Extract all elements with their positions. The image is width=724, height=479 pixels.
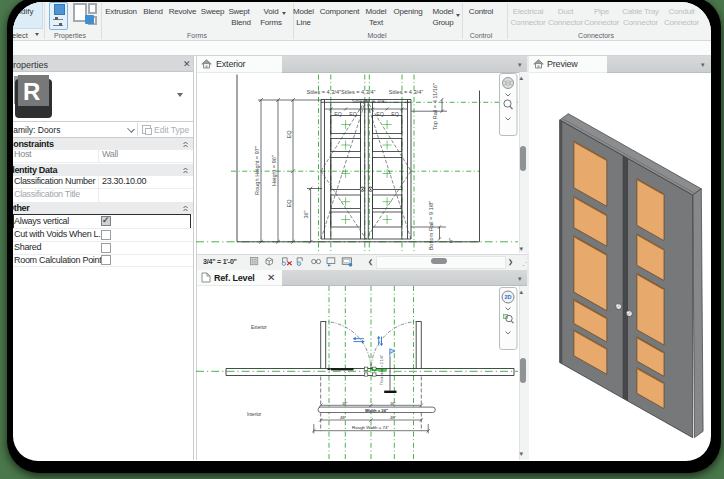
- svg-text:Stiles = 4 3/4": Stiles = 4 3/4": [352, 98, 386, 104]
- svg-text:EQ: EQ: [349, 110, 357, 116]
- svg-text:Bottom Rail = 9 1/8": Bottom Rail = 9 1/8": [428, 200, 434, 250]
- svg-text:Thickness = 2 1/4": Thickness = 2 1/4": [380, 354, 384, 385]
- svg-text:Exterior: Exterior: [251, 325, 267, 330]
- svg-text:Stiles = 4 3/4"Stiles = 4 3/4": Stiles = 4 3/4"Stiles = 4 3/4": [307, 89, 376, 95]
- svg-text:Interior: Interior: [247, 412, 262, 417]
- svg-text:48": 48": [390, 415, 397, 420]
- svg-text:48": 48": [340, 415, 347, 420]
- svg-text:Stiles = 4 3/4": Stiles = 4 3/4": [389, 89, 423, 95]
- svg-text:0": 0": [448, 237, 454, 242]
- svg-text:EQ: EQ: [286, 129, 292, 138]
- svg-text:36": 36": [390, 402, 396, 406]
- svg-text:Rough Width = 74": Rough Width = 74": [352, 425, 389, 430]
- svg-text:EQ: EQ: [391, 110, 399, 116]
- svg-text:Height = 96": Height = 96": [271, 155, 277, 186]
- svg-text:36": 36": [342, 402, 348, 406]
- svg-text:Top Rail = 4 11/16": Top Rail = 4 11/16": [432, 83, 438, 130]
- svg-text:Rough Height = 97": Rough Height = 97": [254, 146, 260, 195]
- svg-text:EQ: EQ: [334, 110, 342, 116]
- svg-text:Width = 36": Width = 36": [365, 408, 388, 413]
- svg-text:36": 36": [303, 210, 309, 218]
- svg-text:2D: 2D: [504, 294, 511, 300]
- svg-text:EQ: EQ: [376, 110, 384, 116]
- svg-text:EQ: EQ: [286, 198, 292, 207]
